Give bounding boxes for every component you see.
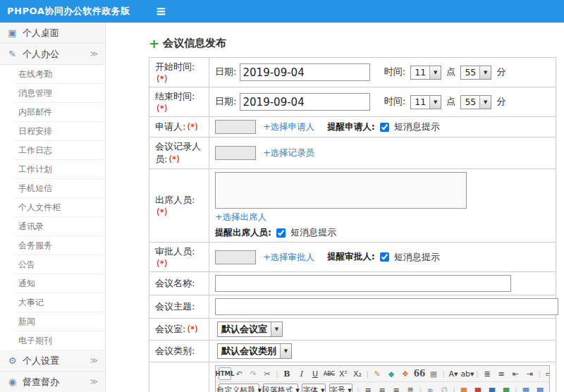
approver-sms-checkbox[interactable] xyxy=(380,252,389,262)
hamburger-menu-icon[interactable]: ≡ xyxy=(156,5,166,18)
sidebar-item-message-management[interactable]: 消息管理 xyxy=(14,84,105,103)
superscript-button[interactable]: X² xyxy=(337,367,350,380)
subscript-button[interactable]: X₂ xyxy=(351,367,364,380)
sidebar-item-news[interactable]: 新闻 xyxy=(14,312,105,331)
editor-toolbar-row1: HTML↶↷✂|BIUABCX²X₂|✎◆❖66▦|A▾ab▾|≣≡⇤⇥|▭⊞ xyxy=(216,366,549,382)
sidebar-item-e-journal[interactable]: 电子期刊 xyxy=(14,331,105,350)
redo-icon[interactable]: ↷ xyxy=(247,367,259,380)
sidebar-item-major-events[interactable]: 大事记 xyxy=(14,293,105,312)
applicant-sms-checkbox[interactable] xyxy=(380,123,389,132)
minute-unit-label: 分 xyxy=(496,66,505,77)
dropdown-arrow-icon: ▼ xyxy=(429,96,441,109)
flash-button[interactable]: ■ xyxy=(472,384,484,392)
required-marker: (*) xyxy=(157,104,167,114)
align-left-button[interactable]: ≡ xyxy=(362,384,374,392)
toolbar-separator: | xyxy=(418,384,422,392)
font-size-select[interactable]: 字号 ▾ xyxy=(329,384,352,392)
end-minute-select[interactable]: 55 ▼ xyxy=(460,95,491,109)
unlink-button[interactable]: ∅ xyxy=(438,384,450,392)
start-date-input[interactable] xyxy=(240,63,370,81)
sidebar-section-supervision[interactable]: ◉ 督查督办 ≫ xyxy=(0,372,105,392)
align-right-button[interactable]: ≡ xyxy=(390,384,403,392)
font-family-select[interactable]: 字体 ▾ xyxy=(302,384,325,392)
choose-attendees-link[interactable]: +选择出席人 xyxy=(215,212,266,222)
choose-applicant-link[interactable]: +选择申请人 xyxy=(263,121,314,132)
style-select[interactable]: 自定义标题 ▾ xyxy=(219,384,259,392)
end-date-input[interactable] xyxy=(240,93,370,111)
sidebar-section-desktop[interactable]: ▣ 个人桌面 xyxy=(0,23,105,44)
link-button[interactable]: ∞ xyxy=(424,384,436,392)
meeting-category-select[interactable]: 默认会议类别 ▼ xyxy=(217,343,292,359)
field-label-cell: 会议类别: xyxy=(149,341,209,362)
align-center-button[interactable]: ≡ xyxy=(376,384,388,392)
toolbar-separator: | xyxy=(441,367,446,380)
bold-button[interactable]: B xyxy=(281,367,293,380)
numbered-list-button[interactable]: ≣ xyxy=(481,367,494,380)
sidebar-section-label: 个人设置 xyxy=(23,355,59,367)
gear-icon: ⚙ xyxy=(7,355,18,366)
start-minute-select[interactable]: 55 ▼ xyxy=(460,66,491,80)
toolbar-separator: | xyxy=(475,367,479,380)
paragraph-format-select[interactable]: 段落格式 ▾ xyxy=(263,384,298,392)
grid-button[interactable]: ▩ xyxy=(534,384,546,392)
cut-icon[interactable]: ✂ xyxy=(261,367,274,380)
format-painter-icon[interactable]: ❖ xyxy=(399,367,412,380)
attendees-textarea[interactable] xyxy=(215,172,467,209)
choose-recorder-link[interactable]: +选择记录员 xyxy=(263,147,314,158)
attendees-sms-checkbox[interactable] xyxy=(276,228,286,238)
meeting-room-value: 默认会议室 xyxy=(218,323,271,336)
image-button[interactable]: ■ xyxy=(458,384,470,392)
html-source-button[interactable]: HTML xyxy=(219,367,231,380)
meeting-name-input[interactable] xyxy=(215,275,511,292)
outdent-button[interactable]: ⇤ xyxy=(509,367,522,380)
sidebar-section-office[interactable]: ✎ 个人办公 ≫ xyxy=(0,44,105,65)
choose-approver-link[interactable]: +选择审批人 xyxy=(263,251,314,262)
dropdown-arrow-icon: ▼ xyxy=(479,96,491,109)
end-hour-select[interactable]: 11 ▼ xyxy=(410,95,441,109)
sidebar-item-work-plan[interactable]: 工作计划 xyxy=(14,160,105,179)
underline-button[interactable]: U xyxy=(309,367,321,380)
start-hour-select[interactable]: 11 ▼ xyxy=(410,66,441,80)
eraser-icon[interactable]: ◆ xyxy=(385,367,398,380)
sidebar-item-mobile-sms[interactable]: 手机短信 xyxy=(14,179,105,198)
date-label: 日期: xyxy=(215,96,236,106)
pencil-icon[interactable]: ✎ xyxy=(371,367,384,380)
applicant-input[interactable] xyxy=(215,120,256,134)
meeting-form-table: 开始时间:(*) 日期: 时间: 11 ▼ 点 55 ▼ 分 结 xyxy=(149,57,556,392)
form-row-applicant: 申请人:(*) +选择申请人 提醒申请人: 短消息提示 xyxy=(149,117,556,137)
recorder-input[interactable] xyxy=(215,146,256,160)
italic-button[interactable]: I xyxy=(295,367,307,380)
sidebar-item-announcement[interactable]: 公告 xyxy=(14,255,105,274)
sidebar-item-attendance[interactable]: 在线考勤 xyxy=(14,65,105,84)
highlight-color-button[interactable]: ab▾ xyxy=(461,367,474,380)
undo-icon[interactable]: ↶ xyxy=(233,367,245,380)
meeting-room-select[interactable]: 默认会议室 ▼ xyxy=(217,321,283,337)
sidebar-item-meeting-service[interactable]: 会务服务 xyxy=(14,236,105,255)
plus-icon: + xyxy=(149,37,159,50)
sidebar-item-internal-mail[interactable]: 内部邮件 xyxy=(14,103,105,122)
indent-button[interactable]: ⇥ xyxy=(523,367,536,380)
sidebar-item-schedule[interactable]: 日程安排 xyxy=(14,122,105,141)
approver-input[interactable] xyxy=(215,250,256,264)
table-button[interactable]: ▦ xyxy=(520,384,532,392)
blockquote-button[interactable]: 66 xyxy=(413,367,426,380)
sidebar-item-work-log[interactable]: 工作日志 xyxy=(14,141,105,160)
field-label: 申请人: xyxy=(155,121,185,132)
field-label: 会议主题: xyxy=(155,301,195,312)
strikethrough-button[interactable]: ABC xyxy=(323,367,336,380)
sidebar-item-personal-file-cabinet[interactable]: 个人文件柜 xyxy=(14,198,105,217)
sidebar-item-contacts[interactable]: 通讯录 xyxy=(14,217,105,236)
font-color-button[interactable]: A▾ xyxy=(447,367,460,380)
map-button[interactable]: ■ xyxy=(500,384,513,392)
align-justify-button[interactable]: ≣ xyxy=(404,384,417,392)
sidebar: ▣ 个人桌面 ✎ 个人办公 ≫ 在线考勤消息管理内部邮件日程安排工作日志工作计划… xyxy=(0,23,106,392)
page-break-button[interactable]: ▭ xyxy=(543,367,549,380)
sidebar-item-notice[interactable]: 通知 xyxy=(14,274,105,293)
bullet-list-button[interactable]: ≡ xyxy=(495,367,508,380)
sidebar-section-label: 督查督办 xyxy=(23,376,59,388)
media-button[interactable]: ■ xyxy=(486,384,498,392)
required-marker: (*) xyxy=(187,324,197,334)
meeting-subject-input[interactable] xyxy=(215,298,558,315)
insert-date-icon[interactable]: ▦ xyxy=(427,367,440,380)
sidebar-section-settings[interactable]: ⚙ 个人设置 ≫ xyxy=(0,350,105,372)
